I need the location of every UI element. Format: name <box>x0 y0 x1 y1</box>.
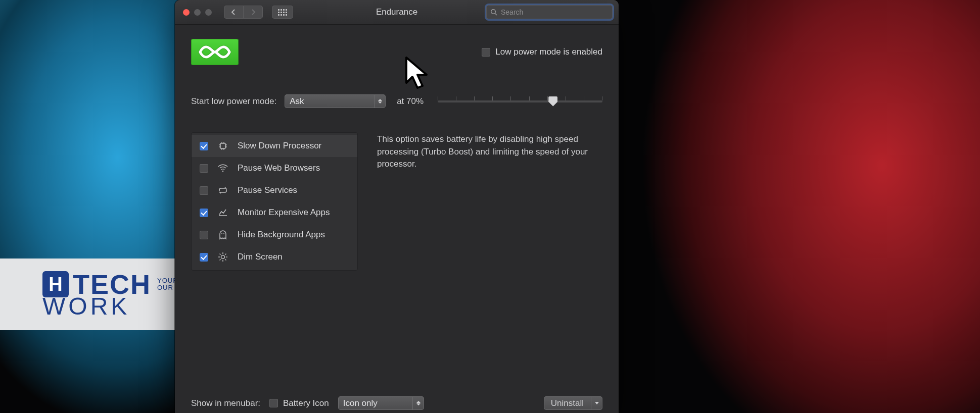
svg-point-4 <box>221 233 222 234</box>
feature-label: Pause Services <box>238 185 297 195</box>
feature-row-hide-bg[interactable]: Hide Background Apps <box>192 224 357 246</box>
svg-line-1 <box>495 14 497 16</box>
feature-row-dim[interactable]: Dim Screen <box>192 246 357 268</box>
window-titlebar: Endurance <box>175 0 619 25</box>
checkbox-icon[interactable] <box>200 164 208 173</box>
chart-icon <box>217 209 228 217</box>
nav-forward-button[interactable] <box>243 6 263 19</box>
battery-icon-label: Battery Icon <box>283 398 329 408</box>
window-close-button[interactable] <box>183 9 190 16</box>
slider-ticks <box>438 96 602 100</box>
low-power-mode-label: Low power mode is enabled <box>495 47 602 57</box>
start-mode-label: Start low power mode: <box>191 96 276 107</box>
ghost-icon <box>217 230 228 240</box>
svg-rect-2 <box>220 143 225 148</box>
feature-row-slow-cpu[interactable]: Slow Down Processor <box>192 135 357 157</box>
feature-label: Hide Background Apps <box>238 230 325 240</box>
uninstall-button[interactable]: Uninstall <box>544 396 602 410</box>
start-mode-select[interactable]: Ask <box>285 94 386 108</box>
checkbox-icon[interactable] <box>200 231 208 239</box>
threshold-slider[interactable] <box>438 95 602 108</box>
feature-row-mon-apps[interactable]: Monitor Expensive Apps <box>192 201 357 224</box>
feature-row-pause-svc[interactable]: Pause Services <box>192 179 357 201</box>
chevron-right-icon <box>251 9 256 15</box>
feature-row-pause-web[interactable]: Pause Web Browsers <box>192 157 357 179</box>
threshold-label: at 70% <box>397 96 424 107</box>
svg-point-6 <box>221 255 225 259</box>
checkbox-icon[interactable] <box>200 253 208 262</box>
loop-icon <box>217 187 228 194</box>
chevron-down-icon <box>595 402 599 404</box>
search-icon <box>490 9 497 16</box>
feature-label: Pause Web Browsers <box>238 163 320 173</box>
battery-icon-toggle[interactable]: Battery Icon <box>269 398 329 408</box>
feature-list: Slow Down ProcessorPause Web BrowsersPau… <box>191 132 358 271</box>
stepper-arrows-icon <box>374 94 386 108</box>
preferences-window: Endurance Low power mode is enabled Star… <box>175 0 619 413</box>
low-power-mode-toggle[interactable]: Low power mode is enabled <box>482 47 602 57</box>
svg-point-3 <box>222 171 224 172</box>
search-input[interactable] <box>486 5 613 19</box>
slider-track <box>438 100 602 102</box>
menubar-label: Show in menubar: <box>191 398 260 408</box>
checkbox-icon <box>482 48 490 57</box>
endurance-app-icon <box>191 39 239 65</box>
checkbox-icon[interactable] <box>200 186 208 195</box>
window-minimize-button[interactable] <box>194 9 201 16</box>
window-traffic-lights <box>183 9 212 16</box>
chevron-left-icon <box>231 9 236 15</box>
svg-point-0 <box>491 10 496 14</box>
menubar-style-select[interactable]: Icon only <box>338 396 424 410</box>
nav-back-forward <box>224 6 263 19</box>
feature-label: Monitor Expensive Apps <box>238 208 330 218</box>
svg-point-5 <box>223 233 224 234</box>
uninstall-menu-toggle[interactable] <box>591 396 602 410</box>
menubar-style-value: Icon only <box>343 398 378 408</box>
checkbox-icon[interactable] <box>200 142 208 150</box>
infinity-icon <box>198 44 231 60</box>
feature-label: Slow Down Processor <box>238 141 321 151</box>
uninstall-label: Uninstall <box>544 398 591 408</box>
feature-description: This option saves battery life by disabl… <box>377 132 602 171</box>
start-mode-value: Ask <box>290 96 304 107</box>
feature-label: Dim Screen <box>238 252 283 262</box>
checkbox-icon <box>269 399 278 407</box>
checkbox-icon[interactable] <box>200 209 208 217</box>
stepper-arrows-icon <box>412 396 424 410</box>
grid-icon <box>278 9 287 16</box>
slider-thumb[interactable] <box>548 96 557 107</box>
nav-back-button[interactable] <box>224 6 243 19</box>
brightness-icon <box>217 252 228 262</box>
wifi-icon <box>217 164 228 172</box>
cpu-icon <box>217 141 228 151</box>
show-all-prefs-button[interactable] <box>272 6 293 19</box>
window-zoom-button[interactable] <box>205 9 212 16</box>
